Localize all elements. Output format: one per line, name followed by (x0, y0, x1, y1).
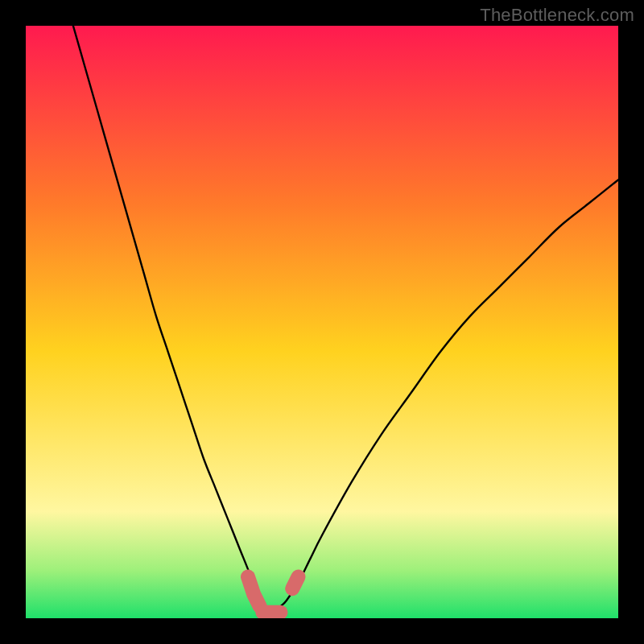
chart-frame: TheBottleneck.com (0, 0, 644, 644)
plot-background (26, 26, 618, 618)
watermark-text: TheBottleneck.com (480, 5, 634, 26)
bottleneck-chart (26, 26, 618, 618)
marker-right-cluster (292, 576, 298, 588)
